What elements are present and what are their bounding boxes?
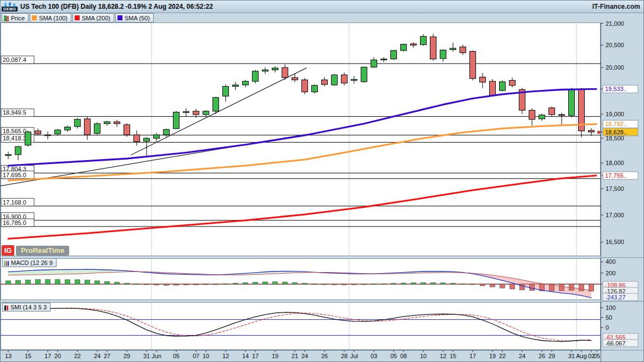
candle[interactable] xyxy=(332,75,338,84)
macd-histogram-bar xyxy=(293,282,298,284)
prorealtime-logo: ProRealTime xyxy=(16,246,69,256)
candle[interactable] xyxy=(262,70,268,71)
candle[interactable] xyxy=(440,50,446,58)
candle[interactable] xyxy=(559,115,565,116)
candle[interactable] xyxy=(45,135,51,136)
macd-histogram-bar xyxy=(85,280,90,284)
macd-histogram-bar xyxy=(401,283,406,284)
axis-marker-label: 18,628.. xyxy=(605,129,627,135)
candle[interactable] xyxy=(341,75,348,83)
candle[interactable] xyxy=(430,37,436,59)
x-tick-label: 13 xyxy=(5,353,12,359)
candle[interactable] xyxy=(25,132,31,145)
candle[interactable] xyxy=(35,131,41,134)
candle[interactable] xyxy=(164,129,170,135)
candle[interactable] xyxy=(450,48,456,49)
candle[interactable] xyxy=(104,122,110,124)
candle[interactable] xyxy=(312,86,318,92)
macd-histogram-bar xyxy=(36,280,41,284)
x-tick-label: 17 xyxy=(44,353,51,359)
smi-tick-label: 50 xyxy=(606,314,612,321)
candle[interactable] xyxy=(411,44,417,45)
macd-histogram-bar xyxy=(411,283,416,284)
candle[interactable] xyxy=(529,110,535,120)
x-tick-label: 17 xyxy=(469,353,476,359)
price-panel[interactable] xyxy=(1,23,601,256)
candle[interactable] xyxy=(500,82,506,90)
candle[interactable] xyxy=(5,155,12,156)
candle[interactable] xyxy=(183,112,189,113)
macd-histogram-bar xyxy=(55,280,60,284)
candle[interactable] xyxy=(322,80,328,84)
level-label: 20,087.4 xyxy=(3,56,26,63)
candle[interactable] xyxy=(223,86,229,96)
price-tick-label: 17,500 xyxy=(606,185,624,192)
x-tick-label: 05 xyxy=(390,353,397,359)
candle[interactable] xyxy=(470,52,476,78)
candle[interactable] xyxy=(253,71,259,81)
candle[interactable] xyxy=(134,135,140,142)
candle[interactable] xyxy=(272,68,278,70)
candle[interactable] xyxy=(85,119,91,135)
x-tick-label: 07 xyxy=(193,353,199,359)
smi-value-label: -66.067 xyxy=(605,340,625,347)
macd-histogram-bar xyxy=(431,282,436,284)
candle[interactable] xyxy=(361,67,367,82)
macd-histogram-bar xyxy=(6,281,11,284)
candle[interactable] xyxy=(371,60,377,67)
candle[interactable] xyxy=(193,111,199,115)
candle[interactable] xyxy=(65,127,71,130)
candle[interactable] xyxy=(243,81,249,85)
price-tick-label: 21,000 xyxy=(606,20,624,27)
candle[interactable] xyxy=(55,130,61,134)
x-tick-label: 08 xyxy=(400,353,407,359)
candle[interactable] xyxy=(569,89,575,115)
candle[interactable] xyxy=(509,80,516,85)
macd-histogram-bar xyxy=(303,283,307,284)
axis-marker-label: 18,792.. xyxy=(605,121,627,127)
macd-histogram-bar xyxy=(135,284,139,285)
candle[interactable] xyxy=(282,67,288,77)
level-label: 18,418.3 xyxy=(3,135,26,142)
candle[interactable] xyxy=(173,112,180,129)
smi-indicator-legend[interactable]: SMI (14 3 5 3 xyxy=(2,303,51,312)
macd-histogram-bar xyxy=(184,284,189,285)
macd-histogram-bar xyxy=(214,284,219,285)
macd-histogram-bar xyxy=(263,282,268,284)
x-tick-label: 15 xyxy=(25,353,31,359)
candle[interactable] xyxy=(94,123,100,133)
candle[interactable] xyxy=(124,125,130,135)
macd-histogram-bar xyxy=(500,284,505,288)
candle[interactable] xyxy=(549,108,555,115)
candle[interactable] xyxy=(421,36,427,44)
candle[interactable] xyxy=(480,77,486,82)
chart-canvas[interactable]: 20,087.418,949.518,565.018,418.317,804.3… xyxy=(1,1,644,362)
macd-histogram-bar xyxy=(312,284,317,285)
price-tick-label: 18,000 xyxy=(606,160,624,166)
candle[interactable] xyxy=(539,115,545,119)
candle[interactable] xyxy=(154,135,160,138)
candle[interactable] xyxy=(114,122,120,124)
candle[interactable] xyxy=(144,138,150,141)
macd-histogram-bar xyxy=(164,284,169,285)
x-axis: 131517202224272931Jun0507101214171921242… xyxy=(5,350,600,359)
candle[interactable] xyxy=(490,81,496,95)
x-tick-label: 26 xyxy=(321,353,328,359)
candle[interactable] xyxy=(381,59,387,60)
candle[interactable] xyxy=(401,44,407,50)
candle[interactable] xyxy=(213,98,219,111)
candle[interactable] xyxy=(351,80,357,81)
macd-histogram-bar xyxy=(154,284,159,285)
candle[interactable] xyxy=(391,50,397,59)
candle[interactable] xyxy=(302,80,308,92)
macd-indicator-legend[interactable]: MACD (12 26 9 xyxy=(2,258,57,267)
macd-histogram-bar xyxy=(204,284,209,285)
candle[interactable] xyxy=(203,111,209,115)
macd-histogram-bar xyxy=(421,282,426,284)
candle[interactable] xyxy=(589,131,595,132)
candle[interactable] xyxy=(75,120,81,127)
candle[interactable] xyxy=(15,146,21,154)
candle[interactable] xyxy=(460,47,466,53)
candle[interactable] xyxy=(233,85,239,87)
candle[interactable] xyxy=(292,77,298,80)
